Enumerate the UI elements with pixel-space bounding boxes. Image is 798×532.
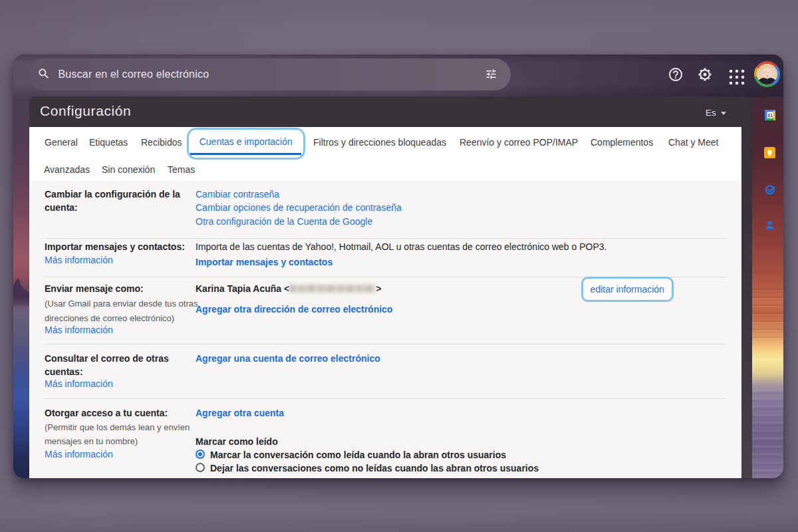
svg-text:31: 31 (767, 112, 772, 118)
